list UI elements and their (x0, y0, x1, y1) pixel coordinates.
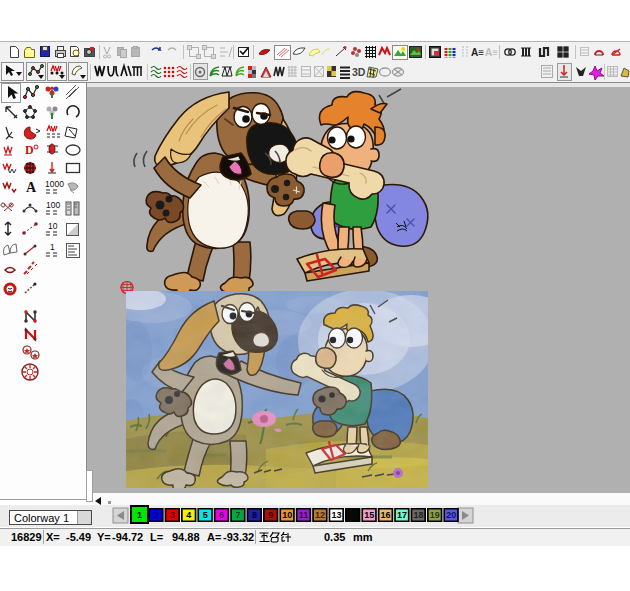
svg-text:3: 3 (170, 510, 175, 520)
svg-text:2: 2 (153, 510, 158, 520)
svg-text:5: 5 (203, 510, 208, 520)
svg-text:7: 7 (235, 510, 240, 520)
svg-text:13: 13 (331, 510, 341, 520)
svg-text:100: 100 (46, 200, 60, 210)
svg-text:A: A (26, 180, 37, 195)
svg-text:15: 15 (364, 510, 374, 520)
svg-text:19: 19 (430, 510, 440, 520)
svg-text:A≡: A≡ (471, 47, 484, 58)
svg-text:4: 4 (186, 510, 191, 520)
svg-text:8: 8 (252, 510, 257, 520)
svg-text:11: 11 (299, 510, 309, 520)
svg-text:A≡: A≡ (485, 47, 498, 58)
svg-text:9: 9 (268, 510, 273, 520)
svg-text:3D: 3D (352, 66, 366, 78)
svg-text:1: 1 (137, 510, 142, 520)
svg-text:17: 17 (397, 510, 407, 520)
svg-text:12: 12 (315, 510, 325, 520)
svg-text:1000: 1000 (45, 179, 64, 189)
svg-text:10: 10 (48, 221, 58, 231)
svg-text:6: 6 (219, 510, 224, 520)
svg-text:10: 10 (282, 510, 292, 520)
svg-text:20: 20 (446, 510, 456, 520)
svg-text:18: 18 (413, 510, 423, 520)
svg-text:D: D (25, 143, 34, 157)
svg-text:16: 16 (381, 510, 391, 520)
svg-text:1: 1 (50, 242, 55, 252)
